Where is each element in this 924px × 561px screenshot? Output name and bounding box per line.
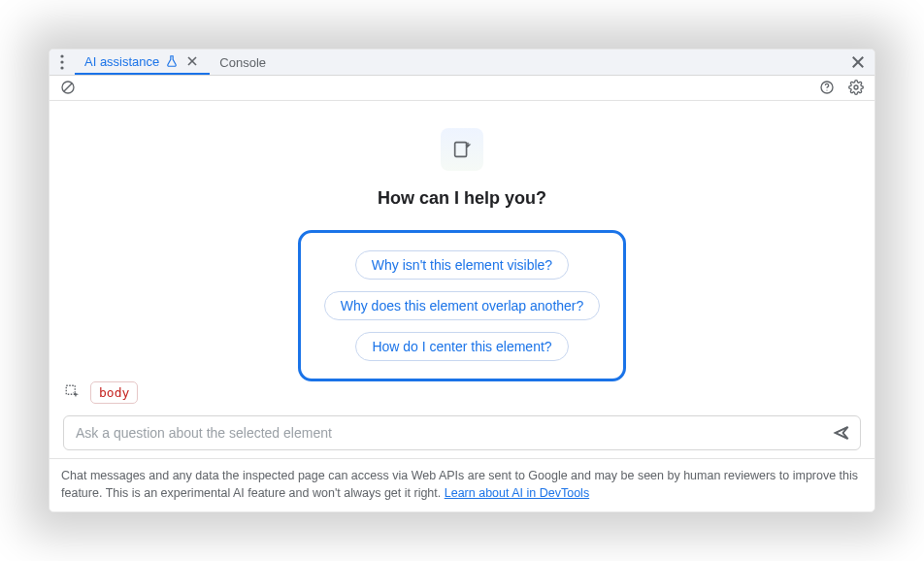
more-menu-button[interactable] bbox=[50, 50, 75, 75]
prompt-input[interactable] bbox=[76, 425, 823, 441]
hero-title: How can I help you? bbox=[378, 188, 546, 209]
suggestion-chip[interactable]: Why does this element overlap another? bbox=[324, 291, 601, 320]
main-area: How can I help you? Why isn't this eleme… bbox=[50, 101, 874, 381]
suggestions-highlight-box: Why isn't this element visible? Why does… bbox=[298, 230, 627, 381]
tab-console[interactable]: Console bbox=[210, 50, 276, 75]
help-icon[interactable] bbox=[816, 77, 838, 98]
selected-element-tag[interactable]: body bbox=[90, 381, 138, 404]
suggestion-chip[interactable]: Why isn't this element visible? bbox=[355, 250, 569, 280]
svg-rect-13 bbox=[66, 386, 75, 395]
svg-rect-12 bbox=[455, 142, 467, 156]
close-panel-button[interactable] bbox=[842, 50, 874, 75]
tab-label: AI assistance bbox=[84, 54, 159, 69]
svg-point-1 bbox=[60, 61, 63, 64]
svg-point-11 bbox=[854, 85, 858, 89]
close-tab-icon[interactable] bbox=[184, 54, 200, 69]
input-row bbox=[50, 410, 874, 458]
send-button[interactable] bbox=[831, 422, 852, 444]
tab-label: Console bbox=[219, 55, 266, 70]
prompt-input-shell bbox=[63, 415, 861, 450]
context-row: body bbox=[50, 381, 874, 410]
element-picker-icon[interactable] bbox=[63, 382, 82, 402]
devtools-panel: AI assistance Console bbox=[49, 49, 875, 512]
clear-icon[interactable] bbox=[57, 77, 79, 98]
tab-strip: AI assistance Console bbox=[50, 50, 874, 76]
flask-icon bbox=[165, 54, 179, 68]
settings-icon[interactable] bbox=[845, 77, 867, 98]
svg-line-8 bbox=[64, 83, 72, 91]
svg-point-2 bbox=[60, 67, 63, 70]
ai-sparkle-icon bbox=[441, 128, 483, 171]
toolbar bbox=[50, 76, 874, 101]
tab-ai-assistance[interactable]: AI assistance bbox=[75, 50, 210, 75]
svg-point-10 bbox=[826, 90, 827, 91]
learn-more-link[interactable]: Learn about AI in DevTools bbox=[445, 486, 589, 500]
svg-point-0 bbox=[60, 55, 63, 58]
suggestion-chip[interactable]: How do I center this element? bbox=[355, 332, 568, 361]
disclaimer-footer: Chat messages and any data the inspected… bbox=[50, 458, 874, 512]
